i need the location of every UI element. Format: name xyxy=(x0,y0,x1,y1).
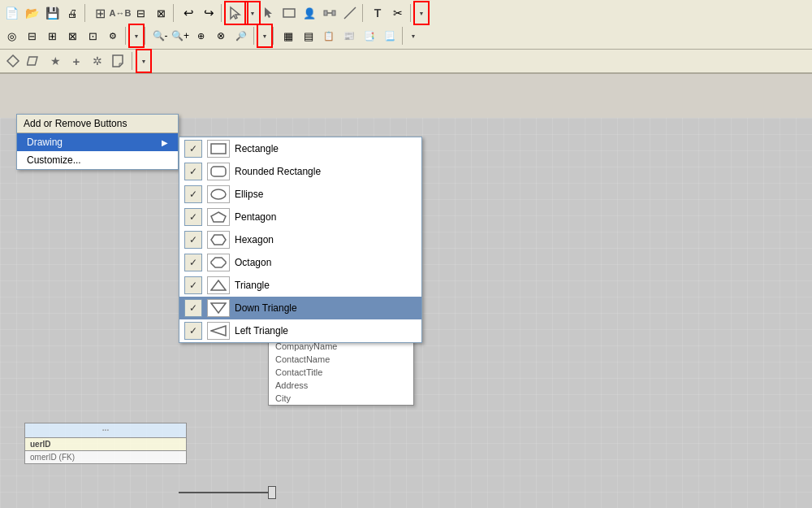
parallelogram-button[interactable] xyxy=(24,51,44,71)
line-button[interactable] xyxy=(340,3,360,23)
db-icon2[interactable]: ⊟ xyxy=(22,26,41,46)
view1-button[interactable]: ▦ xyxy=(279,26,298,46)
drawing-menu-item[interactable]: Drawing ▶ xyxy=(17,133,178,151)
connector-node xyxy=(268,486,276,499)
snap-button[interactable]: ✲ xyxy=(88,51,107,71)
diamond-button[interactable] xyxy=(3,51,23,71)
zoom-100-button[interactable]: ⊕ xyxy=(191,26,210,46)
zoom-fit-button[interactable]: ⊗ xyxy=(211,26,231,46)
check-pentagon: ✓ xyxy=(184,208,202,226)
customize-menu-item[interactable]: Customize... xyxy=(17,151,178,169)
bg-table-header: ··· xyxy=(25,423,186,438)
sep10 xyxy=(402,27,405,45)
cursor-button[interactable] xyxy=(259,3,279,23)
shape-octagon[interactable]: ✓ Octagon xyxy=(179,251,421,274)
sep2 xyxy=(173,4,176,22)
note-button[interactable] xyxy=(109,51,128,71)
undo-button[interactable]: ↩ xyxy=(179,3,198,23)
bg-table: ··· uerID omerID (FK) xyxy=(24,423,187,464)
shape-ellipse[interactable]: ✓ Ellipse xyxy=(179,183,421,206)
hexagon-label: Hexagon xyxy=(235,234,417,245)
view3-button[interactable]: 📋 xyxy=(319,26,339,46)
save-button[interactable]: 💾 xyxy=(42,3,62,23)
submenu-arrow-icon: ▶ xyxy=(162,138,168,147)
sep6 xyxy=(125,27,128,45)
shape-rectangle[interactable]: ✓ Rectangle xyxy=(179,137,421,160)
svg-marker-14 xyxy=(211,212,226,222)
tables4-button[interactable]: ⊠ xyxy=(151,3,171,23)
octagon-icon xyxy=(207,254,230,271)
svg-marker-16 xyxy=(211,258,226,267)
rounded-rect-label: Rounded Rectangle xyxy=(235,166,417,177)
zoom-in-button[interactable]: 🔍+ xyxy=(171,26,190,46)
customize-label: Customize... xyxy=(27,154,81,166)
shape-rounded-rect[interactable]: ✓ Rounded Rectangle xyxy=(179,160,421,183)
left-triangle-label: Left Triangle xyxy=(235,325,417,336)
chevron-down-icon: ▼ xyxy=(250,11,256,16)
down-triangle-icon xyxy=(207,299,230,317)
svg-marker-6 xyxy=(7,55,19,67)
svg-marker-18 xyxy=(211,303,226,313)
sep9 xyxy=(273,27,276,45)
cross-button[interactable]: + xyxy=(67,51,86,71)
db-icon1[interactable]: ◎ xyxy=(2,26,21,46)
toolbar1-dropdown[interactable]: ▼ xyxy=(416,3,427,23)
db-icon3[interactable]: ⊞ xyxy=(42,26,62,46)
text-button[interactable]: T xyxy=(368,3,387,23)
chevron-down-icon-5: ▼ xyxy=(411,33,417,39)
customers-field-2: ContactName xyxy=(269,353,413,366)
svg-point-13 xyxy=(211,189,226,199)
check-octagon: ✓ xyxy=(184,254,202,271)
drawing-dropdown[interactable]: ▼ xyxy=(138,51,149,71)
tables2-button[interactable]: A↔B xyxy=(110,3,130,23)
shape-hexagon[interactable]: ✓ Hexagon xyxy=(179,228,421,251)
view2-button[interactable]: ▤ xyxy=(299,26,318,46)
zoom-out-button[interactable]: 🔎 xyxy=(231,26,251,46)
zoom-out-large-button[interactable]: 🔍- xyxy=(150,26,170,46)
tables-button[interactable]: ⊞ xyxy=(90,3,110,23)
person-button[interactable]: 👤 xyxy=(300,3,319,23)
toolbar2-dropdown[interactable]: ▼ xyxy=(131,26,142,46)
sep4 xyxy=(362,4,365,22)
toolbar4-dropdown[interactable]: ▼ xyxy=(408,26,419,46)
customers-field-3: ContactTitle xyxy=(269,366,413,379)
sep3 xyxy=(221,4,224,22)
db-icon5[interactable]: ⊡ xyxy=(83,26,102,46)
scissors-button[interactable]: ✂ xyxy=(388,3,408,23)
svg-marker-0 xyxy=(231,7,240,19)
svg-line-5 xyxy=(344,7,356,19)
view5-button[interactable]: 📑 xyxy=(360,26,379,46)
db-icon6[interactable]: ⚙ xyxy=(103,26,123,46)
view4-button[interactable]: 📰 xyxy=(339,26,359,46)
new-button[interactable]: 📄 xyxy=(2,3,21,23)
print-button[interactable]: 🖨 xyxy=(63,3,82,23)
svg-marker-7 xyxy=(27,57,37,65)
select-dropdown[interactable]: ▼ xyxy=(247,3,258,23)
db-icon4[interactable]: ⊠ xyxy=(63,26,82,46)
triangle-icon xyxy=(207,276,230,294)
customers-field-5: City xyxy=(269,392,413,405)
chevron-down-icon-draw: ▼ xyxy=(141,59,147,64)
shape-down-triangle[interactable]: ✓ Down Triangle xyxy=(179,297,421,319)
svg-rect-12 xyxy=(211,167,226,176)
star-button[interactable]: ★ xyxy=(45,51,65,71)
check-down-triangle: ✓ xyxy=(184,299,202,317)
open-button[interactable]: 📂 xyxy=(22,3,41,23)
chevron-down-icon-2: ▼ xyxy=(419,11,425,16)
connect-button[interactable] xyxy=(320,3,339,23)
view6-button[interactable]: 📃 xyxy=(380,26,400,46)
toolbar-row-2: ◎ ⊟ ⊞ ⊠ ⊡ ⚙ ▼ 🔍- 🔍+ ⊕ ⊗ xyxy=(2,24,810,47)
shape-triangle[interactable]: ✓ Triangle xyxy=(179,274,421,297)
toolbar-container: 📄 📂 💾 🖨 ⊞ A↔B ⊟ ⊠ ↩ xyxy=(0,0,812,50)
rect-icon xyxy=(207,140,230,158)
check-ellipse: ✓ xyxy=(184,185,202,203)
pentagon-icon xyxy=(207,208,230,226)
toolbar3-dropdown[interactable]: ▼ xyxy=(259,26,270,46)
select-button[interactable] xyxy=(227,3,246,23)
tables3-button[interactable]: ⊟ xyxy=(131,3,150,23)
rect-tool-button[interactable] xyxy=(279,3,299,23)
ellipse-icon xyxy=(207,185,230,203)
shape-pentagon[interactable]: ✓ Pentagon xyxy=(179,206,421,228)
redo-button[interactable]: ↪ xyxy=(199,3,218,23)
shape-left-triangle[interactable]: ✓ Left Triangle xyxy=(179,319,421,342)
